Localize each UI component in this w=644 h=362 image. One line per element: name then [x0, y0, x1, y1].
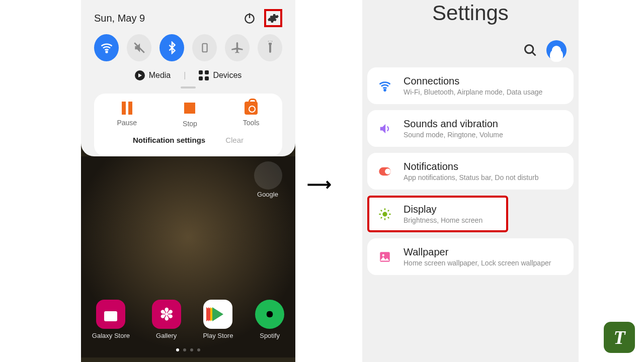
google-folder[interactable] — [254, 161, 282, 190]
settings-title: Settings — [362, 1, 579, 25]
wifi-toggle[interactable] — [94, 34, 119, 61]
gallery-icon — [152, 300, 181, 329]
arrow-icon: ⟶ — [307, 174, 332, 194]
svg-point-12 — [385, 168, 391, 174]
page-indicator — [81, 348, 295, 351]
svg-line-18 — [381, 210, 382, 211]
svg-point-10 — [384, 89, 386, 90]
grid-icon — [199, 70, 209, 80]
quick-settings-panel: Sun, May 9 Media — [81, 0, 295, 156]
svg-point-23 — [382, 254, 384, 256]
svg-line-7 — [272, 41, 272, 42]
search-icon[interactable] — [523, 43, 537, 57]
tools-icon — [245, 102, 258, 115]
play-store-icon — [203, 300, 232, 329]
tools-button[interactable]: Tools — [243, 102, 260, 128]
settings-item-sounds[interactable]: Sounds and vibrationSound mode, Ringtone… — [367, 110, 574, 147]
phone-settings: Settings ConnectionsWi-Fi, Bluetooth, Ai… — [362, 0, 579, 362]
phone-quick-settings: Sun, May 9 Media — [81, 0, 295, 362]
notification-settings-button[interactable]: Notification settings — [133, 136, 205, 144]
svg-line-5 — [268, 41, 269, 42]
wifi-icon — [376, 79, 393, 93]
date: Sun, May 9 — [94, 13, 243, 24]
quick-toggles — [94, 34, 282, 61]
gear-icon[interactable] — [267, 12, 279, 24]
flashlight-toggle[interactable] — [258, 34, 282, 61]
play-icon — [135, 70, 145, 80]
wallpaper-icon — [376, 250, 393, 263]
svg-line-21 — [388, 210, 389, 211]
panel-handle[interactable] — [181, 86, 196, 88]
settings-icon-highlight — [264, 9, 282, 27]
devices-label: Devices — [213, 71, 242, 80]
notifications-icon — [376, 166, 393, 177]
display-icon — [376, 207, 393, 221]
airplane-toggle[interactable] — [225, 34, 250, 61]
media-label: Media — [149, 71, 171, 80]
stop-icon — [184, 103, 195, 114]
sound-icon — [376, 122, 393, 136]
devices-button[interactable]: Devices — [199, 70, 242, 80]
clear-button[interactable]: Clear — [225, 136, 244, 144]
mute-toggle[interactable] — [127, 34, 151, 61]
media-button[interactable]: Media — [135, 70, 171, 80]
settings-item-notifications[interactable]: NotificationsApp notifications, Status b… — [367, 153, 574, 190]
settings-item-wallpaper[interactable]: WallpaperHome screen wallpaper, Lock scr… — [367, 238, 574, 275]
pause-icon — [120, 102, 134, 116]
spotify-app[interactable]: Spotify — [255, 300, 284, 339]
rotate-toggle[interactable] — [192, 34, 217, 61]
svg-line-20 — [381, 217, 382, 218]
play-store-app[interactable]: Play Store — [203, 300, 233, 339]
stop-button[interactable]: Stop — [183, 102, 197, 128]
home-wallpaper: Google Galaxy Store Gallery Play Store S… — [81, 156, 295, 357]
svg-line-9 — [532, 52, 536, 56]
google-folder-label: Google — [250, 191, 285, 198]
notification-card: Pause Stop Tools Notification settings C… — [94, 94, 282, 156]
svg-point-2 — [106, 51, 107, 53]
svg-rect-4 — [202, 44, 207, 52]
settings-list: ConnectionsWi-Fi, Bluetooth, Airplane mo… — [362, 67, 579, 275]
svg-point-13 — [382, 212, 387, 216]
power-icon[interactable] — [243, 12, 256, 25]
gallery-app[interactable]: Gallery — [152, 300, 181, 339]
bluetooth-toggle[interactable] — [159, 34, 184, 61]
svg-point-8 — [525, 45, 533, 53]
profile-avatar[interactable] — [546, 40, 567, 60]
settings-item-display[interactable]: DisplayBrightness, Home screen — [367, 196, 508, 232]
t-badge: T — [604, 322, 635, 353]
svg-line-19 — [388, 217, 389, 218]
galaxy-store-app[interactable]: Galaxy Store — [92, 300, 130, 339]
galaxy-store-icon — [96, 300, 125, 329]
spotify-icon — [255, 300, 284, 329]
pause-button[interactable]: Pause — [117, 102, 137, 128]
settings-item-connections[interactable]: ConnectionsWi-Fi, Bluetooth, Airplane mo… — [367, 67, 574, 104]
